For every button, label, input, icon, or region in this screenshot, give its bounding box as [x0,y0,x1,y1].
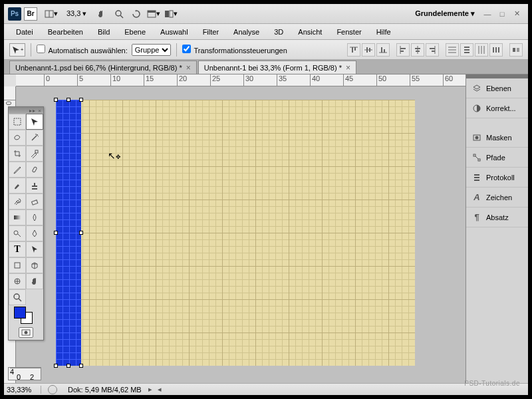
close-icon[interactable]: ✕ [511,9,523,19]
scroll-left-icon[interactable]: ◂ [158,385,162,394]
zoom-icon[interactable] [112,7,126,21]
status-doc-size[interactable]: Dok: 5,49 MB/4,62 MB [64,386,146,394]
toolbox-header[interactable]: ▸▸ × [9,107,43,114]
dodge-tool-icon[interactable] [9,225,26,241]
align-left-icon[interactable] [396,43,410,57]
layout-dropdown-icon[interactable]: ▾ [44,7,59,21]
menu-ansicht[interactable]: Ansicht [291,26,329,38]
align-hcenter-icon[interactable] [411,43,424,57]
move-tool-icon[interactable] [26,114,43,130]
document-canvas[interactable]: ↖✥ [56,100,415,366]
align-bottom-icon[interactable] [376,43,390,57]
hand-icon[interactable] [94,7,109,21]
eyedropper-tool-icon[interactable] [9,162,26,178]
canvas-viewport[interactable]: ↖✥ [16,86,466,383]
align-group [347,43,523,57]
workspace-switcher[interactable]: Grundelemente ▾ [410,8,480,19]
marquee-tool-icon[interactable] [9,114,26,130]
transform-handle[interactable] [79,231,83,235]
transform-handle[interactable] [54,364,58,368]
lasso-tool-icon[interactable] [9,130,26,146]
blur-tool-icon[interactable] [26,209,43,225]
transform-handle[interactable] [54,98,58,102]
zoom-tool-icon[interactable] [9,289,26,305]
status-zoom[interactable]: 33,33% [4,386,41,394]
gradient-tool-icon[interactable] [9,209,26,225]
distribute-vcenter-icon[interactable] [460,43,473,57]
crop-tool-icon[interactable] [9,146,26,162]
panel-zeichen[interactable]: A Zeichen [466,188,528,207]
menu-datei[interactable]: Datei [9,26,40,38]
svg-rect-31 [464,52,469,53]
auto-select-target[interactable]: Gruppe [132,44,171,56]
align-right-icon[interactable] [426,43,439,57]
tab-close-icon[interactable]: × [186,63,191,72]
tab-close-icon[interactable]: × [346,63,350,72]
color-swatches[interactable] [9,305,43,325]
distribute-hcenter-icon[interactable] [489,43,503,57]
move-tool-icon[interactable]: + [9,43,25,57]
align-vcenter-icon[interactable] [362,43,375,57]
svg-rect-56 [32,200,38,205]
hand-tool-icon[interactable] [26,273,43,289]
type-tool-icon[interactable]: T [9,241,26,257]
menu-filter[interactable]: Filter [196,26,225,38]
horizontal-ruler[interactable]: 0 5 10 15 20 25 30 35 40 45 50 55 60 [16,74,466,86]
panel-absatz[interactable]: ¶ Absatz [466,207,528,227]
screen-mode-icon[interactable]: ▾ [146,7,161,21]
panel-korrekturen[interactable]: Korrekt... [466,98,528,118]
auto-select-checkbox[interactable]: Automatisch auswählen: [37,45,128,55]
menu-bearbeiten[interactable]: Bearbeiten [41,26,90,38]
transform-handle[interactable] [66,98,70,102]
navigator-mini[interactable]: 4 0 2 [8,367,41,380]
svg-rect-57 [14,215,21,219]
document-tab[interactable]: Unbenannt-1.psd bei 66,7% (Hintergrund, … [9,61,197,74]
maximize-icon[interactable]: □ [496,9,508,19]
status-bar: 33,33% Dok: 5,49 MB/4,62 MB ▸ ◂ [4,383,528,395]
shape-form-1[interactable] [56,100,81,366]
menu-ebene[interactable]: Ebene [118,26,152,38]
quick-mask-toggle[interactable] [9,325,43,340]
transform-controls-checkbox[interactable]: Transformationssteuerungen [182,45,287,55]
shape-tool-icon[interactable] [9,257,26,273]
rotate-icon[interactable] [129,7,144,21]
status-menu-icon[interactable]: ▸ [148,385,152,394]
arrange-icon[interactable]: ▾ [164,7,178,21]
document-tab[interactable]: Unbenannt-1 bei 33,3% (Form 1, RGB/8) * … [198,61,356,74]
wand-tool-icon[interactable] [26,130,43,146]
brush-tool-icon[interactable] [9,178,26,194]
foreground-color[interactable] [14,307,26,319]
path-select-tool-icon[interactable] [26,241,43,257]
healing-tool-icon[interactable] [26,162,43,178]
bridge-icon[interactable]: Br [24,7,37,21]
panel-protokoll[interactable]: Protokoll [466,168,528,188]
minimize-icon[interactable]: — [481,9,493,19]
transform-handle[interactable] [79,364,83,368]
svg-rect-48 [474,180,479,181]
3d-camera-tool-icon[interactable] [9,273,26,289]
transform-handle[interactable] [66,364,70,368]
panel-pfade[interactable]: Pfade [466,148,528,168]
menu-analyse[interactable]: Analyse [227,26,266,38]
panel-masken[interactable]: Masken [466,128,528,148]
transform-handle[interactable] [79,98,83,102]
svg-line-45 [475,156,478,159]
3d-tool-icon[interactable] [26,257,43,273]
pen-tool-icon[interactable] [26,225,43,241]
slice-tool-icon[interactable] [26,146,43,162]
menu-3d[interactable]: 3D [267,26,290,38]
transform-handle[interactable] [54,231,58,235]
menu-fenster[interactable]: Fenster [330,26,368,38]
stamp-tool-icon[interactable] [26,178,43,194]
menu-hilfe[interactable]: Hilfe [370,26,398,38]
zoom-select[interactable]: 33,3 ▾ [64,9,89,19]
auto-align-icon[interactable] [509,43,523,57]
panel-ebenen[interactable]: Ebenen [466,78,528,98]
eraser-tool-icon[interactable] [26,194,43,209]
menu-bild[interactable]: Bild [91,26,116,38]
history-brush-tool-icon[interactable] [9,194,26,209]
distribute-top-icon[interactable] [446,43,459,57]
distribute-bottom-icon[interactable] [475,43,488,57]
align-top-icon[interactable] [347,43,360,57]
menu-auswahl[interactable]: Auswahl [154,26,195,38]
